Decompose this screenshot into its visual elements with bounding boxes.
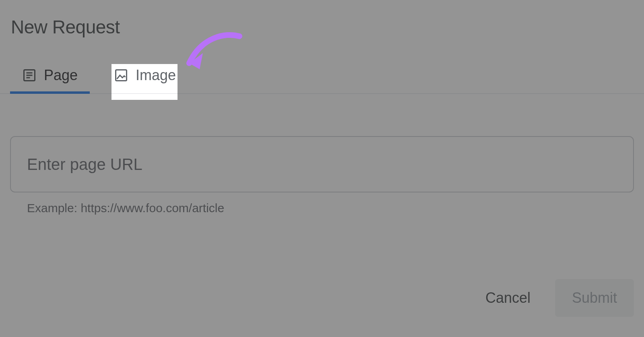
tab-image[interactable]: Image: [102, 57, 188, 93]
dialog-actions: Cancel Submit: [483, 279, 634, 317]
tab-image-label: Image: [136, 67, 176, 84]
url-example-text: Example: https://www.foo.com/article: [27, 201, 634, 215]
page-url-input[interactable]: [10, 136, 634, 192]
tab-bar: Page Image: [0, 57, 644, 94]
tab-page[interactable]: Page: [10, 57, 90, 93]
new-request-dialog: New Request Page Image: [0, 0, 644, 337]
submit-button[interactable]: Submit: [555, 279, 634, 317]
tab-page-label: Page: [44, 67, 78, 84]
cancel-button[interactable]: Cancel: [483, 285, 533, 310]
dialog-title: New Request: [11, 16, 634, 38]
image-icon: [114, 68, 128, 83]
url-field-wrap: Example: https://www.foo.com/article: [10, 136, 634, 215]
page-icon: [22, 68, 37, 83]
